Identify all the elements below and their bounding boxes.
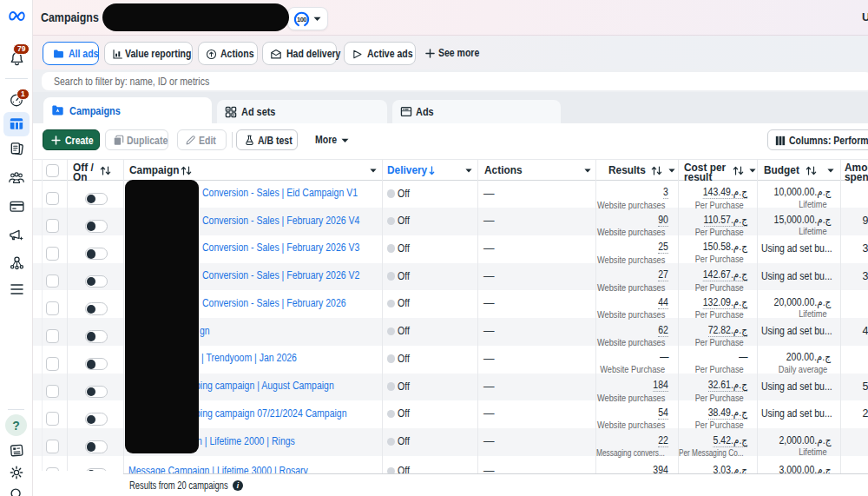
campaign-name-link[interactable]: ping campaign 07/21/2024 Campaign: [195, 407, 347, 420]
select-all-checkbox[interactable]: [46, 164, 60, 178]
toggle-knob: [87, 195, 96, 204]
campaign-names-redacted: [125, 180, 199, 453]
campaign-name-link[interactable]: ping campaign | August Campaign: [195, 380, 334, 392]
campaigns-icon[interactable]: [0, 116, 33, 131]
column-menu-caret[interactable]: [749, 169, 756, 173]
ab-test-button[interactable]: A/B test: [236, 129, 298, 150]
row-toggle-off[interactable]: [85, 413, 108, 426]
sort-icon[interactable]: [733, 166, 744, 175]
row-checkbox[interactable]: [46, 301, 60, 315]
col-header-budget[interactable]: Budget: [764, 166, 799, 176]
pencil-icon: [185, 135, 196, 146]
tab-label: Campaigns: [69, 104, 121, 117]
folder-icon: [53, 49, 64, 59]
updates-icon[interactable]: [0, 443, 33, 458]
ads-reporting-icon[interactable]: [0, 141, 33, 157]
tab-label: Ads: [416, 105, 434, 118]
more-button[interactable]: More: [310, 129, 353, 150]
duplicate-button[interactable]: Duplicate: [105, 129, 168, 150]
help-icon[interactable]: ?: [5, 414, 27, 436]
row-checkbox[interactable]: [46, 192, 60, 206]
row-toggle-off[interactable]: [85, 220, 108, 233]
delivery-status: Off: [398, 435, 411, 447]
col-header-results[interactable]: Results: [608, 166, 646, 176]
filter-chip-had-delivery[interactable]: Had delivery: [262, 42, 337, 65]
row-checkbox[interactable]: [46, 219, 60, 233]
campaign-name-link[interactable]: n | Lifetime 2000 | Rings: [197, 435, 295, 447]
events-manager-icon[interactable]: [0, 255, 33, 271]
all-tools-icon[interactable]: [0, 283, 33, 295]
edit-button[interactable]: Edit: [177, 129, 227, 150]
filter-chip-value-reporting[interactable]: Value reporting: [104, 42, 193, 65]
delivery-status-dot: [387, 217, 396, 226]
column-menu-caret[interactable]: [584, 169, 591, 173]
tab-ads[interactable]: Ads: [392, 100, 561, 123]
tab-campaigns[interactable]: Campaigns: [43, 97, 212, 123]
sort-icon[interactable]: [806, 166, 817, 175]
campaign-name-link[interactable]: gn: [200, 325, 210, 337]
row-toggle-off[interactable]: [85, 275, 108, 288]
results-cell: 44Website purchases: [595, 297, 668, 321]
columns-button[interactable]: Columns: Performance: [767, 129, 868, 150]
col-header-actions[interactable]: Actions: [484, 166, 523, 176]
column-menu-caret[interactable]: [668, 169, 675, 173]
column-menu-caret[interactable]: [370, 169, 377, 173]
row-toggle-off[interactable]: [85, 386, 108, 399]
column-menu-caret[interactable]: [827, 169, 834, 173]
cost-per-result-cell: ج.م.32.61Per Purchase: [678, 380, 747, 403]
sort-icon[interactable]: [181, 166, 192, 175]
col-header-cost-per-result[interactable]: Cost per result: [684, 163, 729, 183]
col-header-on-off[interactable]: Off / On: [73, 163, 102, 183]
column-menu-caret[interactable]: [465, 169, 472, 173]
envelope-icon: [270, 49, 282, 60]
campaign-name-link[interactable]: Conversion - Sales | Eid Campaign V1: [202, 187, 358, 199]
tab-ad-sets[interactable]: Ad sets: [217, 100, 387, 123]
budget-cell: Using ad set bu...: [761, 325, 845, 337]
sort-icon[interactable]: [651, 166, 662, 175]
campaign-name-link[interactable]: Conversion - Sales | February 2026: [202, 297, 346, 309]
billing-icon[interactable]: [0, 199, 33, 214]
create-button[interactable]: Create: [43, 129, 100, 150]
row-checkbox[interactable]: [46, 412, 60, 426]
sort-icon[interactable]: [100, 166, 111, 175]
row-checkbox[interactable]: [46, 247, 60, 261]
row-checkbox[interactable]: [46, 329, 60, 343]
advertise-icon[interactable]: [0, 227, 33, 243]
budget-cell: ج.م.20,000.00Lifetime: [757, 297, 831, 320]
campaign-name-link[interactable]: | Trendyoom | Jan 2026: [201, 352, 297, 364]
campaign-name-link[interactable]: Conversion - Sales | February 2026 V2: [202, 269, 359, 281]
amount-spent-cell: 9: [863, 215, 868, 227]
campaign-name-link[interactable]: Conversion - Sales | February 2026 V3: [202, 241, 359, 254]
delivery-status: Off: [398, 242, 411, 255]
campaign-name-link[interactable]: Conversion - Sales | February 2026 V4: [202, 215, 359, 227]
row-checkbox[interactable]: [46, 385, 60, 399]
account-selector-dropdown[interactable]: 100: [287, 7, 328, 30]
results-cell: 90Website purchases: [595, 215, 668, 238]
account-name-redacted[interactable]: [102, 3, 289, 31]
row-toggle-off[interactable]: [85, 193, 108, 206]
row-toggle-off[interactable]: [85, 358, 108, 371]
actions-value: —: [483, 407, 495, 420]
filter-chip-actions[interactable]: Actions: [198, 42, 258, 65]
score-badge: 100: [293, 11, 310, 28]
row-toggle-off[interactable]: [85, 330, 108, 343]
actions-value: —: [483, 353, 495, 365]
row-toggle-off[interactable]: [85, 302, 108, 315]
col-header-delivery[interactable]: Delivery: [387, 166, 427, 176]
settings-icon[interactable]: [0, 465, 33, 480]
search-icon[interactable]: [0, 486, 33, 496]
info-icon[interactable]: i: [233, 480, 243, 491]
row-checkbox[interactable]: [46, 274, 60, 288]
row-checkbox[interactable]: [46, 357, 60, 371]
row-checkbox[interactable]: [46, 440, 60, 453]
actions-value: —: [483, 270, 495, 282]
meta-logo-icon[interactable]: [0, 10, 33, 23]
col-header-campaign[interactable]: Campaign: [129, 166, 179, 176]
cost-per-result-cell: ج.م.72.82Per Purchase: [678, 325, 747, 348]
col-header-amount-spent[interactable]: Amount spent: [845, 163, 868, 183]
row-toggle-off[interactable]: [85, 440, 108, 453]
audiences-icon[interactable]: [0, 170, 33, 185]
filter-chip-active-ads[interactable]: Active ads: [344, 42, 416, 65]
row-toggle-off[interactable]: [85, 248, 108, 261]
filter-chip-all-ads[interactable]: All ads: [43, 42, 99, 65]
